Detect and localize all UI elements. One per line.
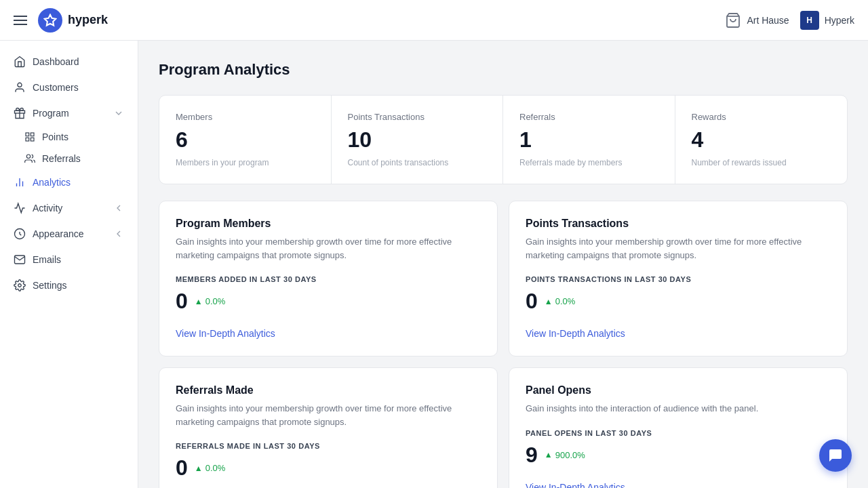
up-arrow-icon: ▲ — [545, 297, 553, 306]
stat-points-value: 10 — [348, 127, 487, 152]
card-1-metric-badge: ▲ 0.0% — [545, 296, 576, 306]
card-referrals-made: Referrals Made Gain insights into your m… — [159, 367, 498, 488]
up-arrow-icon: ▲ — [195, 297, 203, 306]
card-2-metric-label: REFERRALS MADE IN LAST 30 DAYS — [176, 442, 481, 450]
header: hyperk Art Hause H Hyperk — [0, 0, 868, 41]
svg-point-9 — [26, 155, 30, 158]
stat-points-label: Points Transactions — [348, 112, 487, 122]
gift-icon — [14, 107, 26, 119]
settings-icon — [14, 279, 26, 291]
sidebar-label-customers: Customers — [33, 82, 79, 93]
sidebar-label-analytics: Analytics — [33, 177, 71, 188]
stat-referrals: Referrals 1 Referrals made by members — [503, 96, 675, 184]
card-1-metric-value: 0 — [526, 289, 538, 314]
chat-icon — [827, 447, 844, 464]
sidebar-item-referrals[interactable]: Referrals — [0, 148, 138, 169]
svg-rect-7 — [31, 138, 34, 141]
card-3-title: Panel Opens — [526, 384, 831, 396]
card-2-metric-value: 0 — [176, 455, 188, 481]
hamburger-icon[interactable] — [14, 16, 27, 25]
store-selector[interactable]: Art Hause — [725, 12, 789, 28]
card-3-metric-value: 9 — [526, 443, 538, 468]
stat-rewards: Rewards 4 Number of rewards issued — [675, 96, 848, 184]
sidebar-label-points: Points — [42, 131, 68, 142]
user-selector[interactable]: H Hyperk — [800, 11, 854, 30]
card-3-metric-pct: 900.0% — [555, 450, 585, 460]
card-0-metric-row: 0 ▲ 0.0% — [176, 289, 481, 314]
header-right: Art Hause H Hyperk — [725, 11, 854, 30]
stat-points-desc: Count of points transactions — [348, 158, 487, 167]
sidebar-item-activity[interactable]: Activity — [0, 195, 138, 221]
stat-referrals-value: 1 — [519, 127, 658, 152]
sidebar-item-customers[interactable]: Customers — [0, 75, 138, 100]
user-avatar: H — [800, 11, 819, 30]
stat-points: Points Transactions 10 Count of points t… — [332, 96, 504, 184]
chevron-left-icon — [113, 203, 124, 214]
stat-rewards-value: 4 — [692, 127, 831, 152]
sidebar-item-points[interactable]: Points — [0, 126, 138, 148]
card-0-metric-badge: ▲ 0.0% — [195, 296, 226, 306]
card-3-metric-row: 9 ▲ 900.0% — [526, 443, 831, 468]
logo-text: hyperk — [68, 13, 108, 27]
sidebar-label-referrals: Referrals — [42, 153, 81, 164]
card-1-desc: Gain insights into your membership growt… — [526, 235, 831, 262]
card-0-desc: Gain insights into your membership growt… — [176, 235, 481, 262]
card-points-transactions: Points Transactions Gain insights into y… — [509, 201, 848, 357]
svg-rect-5 — [26, 133, 29, 136]
stat-rewards-desc: Number of rewards issued — [692, 158, 831, 167]
header-left: hyperk — [14, 8, 108, 33]
sidebar-label-settings: Settings — [33, 280, 67, 291]
sidebar-label-dashboard: Dashboard — [33, 56, 79, 67]
analytics-grid: Program Members Gain insights into your … — [159, 201, 848, 488]
store-label: Art Hause — [747, 15, 789, 26]
stat-rewards-label: Rewards — [692, 112, 831, 122]
sidebar-item-emails[interactable]: Emails — [0, 247, 138, 272]
sidebar-label-appearance: Appearance — [33, 228, 84, 239]
card-0-metric-value: 0 — [176, 289, 188, 314]
sidebar-label-activity: Activity — [33, 203, 62, 214]
card-3-view-link[interactable]: View In-Depth Analytics — [526, 482, 625, 489]
appearance-icon — [14, 228, 26, 240]
svg-rect-8 — [26, 138, 29, 141]
sidebar-label-emails: Emails — [33, 254, 61, 265]
card-3-desc: Gain insights into the interaction of au… — [526, 402, 831, 415]
sidebar-item-dashboard[interactable]: Dashboard — [0, 49, 138, 75]
sidebar-item-analytics[interactable]: Analytics — [0, 169, 138, 195]
chevron-down-icon — [113, 108, 124, 119]
sidebar: Dashboard Customers Program Points — [0, 41, 138, 488]
svg-point-14 — [18, 284, 22, 287]
stat-members-label: Members — [176, 112, 315, 122]
chevron-left-icon2 — [113, 228, 124, 239]
card-0-metric-pct: 0.0% — [205, 296, 226, 306]
card-3-metric-badge: ▲ 900.0% — [545, 450, 585, 460]
user-label: Hyperk — [825, 15, 854, 26]
card-1-metric-row: 0 ▲ 0.0% — [526, 289, 831, 314]
card-1-view-link[interactable]: View In-Depth Analytics — [526, 328, 625, 339]
chat-button[interactable] — [819, 439, 852, 472]
svg-rect-6 — [31, 133, 34, 136]
up-arrow-icon: ▲ — [545, 450, 553, 460]
card-0-view-link[interactable]: View In-Depth Analytics — [176, 328, 275, 339]
stats-row: Members 6 Members in your program Points… — [159, 95, 848, 184]
logo: hyperk — [38, 8, 108, 33]
card-2-desc: Gain insights into your membership growt… — [176, 402, 481, 428]
bar-chart-icon — [14, 176, 26, 188]
logo-icon — [38, 8, 62, 33]
page-title: Program Analytics — [159, 61, 848, 79]
grid-icon — [24, 131, 35, 142]
sidebar-item-program[interactable]: Program — [0, 100, 138, 126]
user-icon — [14, 81, 26, 94]
stat-members-desc: Members in your program — [176, 158, 315, 167]
card-2-metric-row: 0 ▲ 0.0% — [176, 455, 481, 481]
sidebar-item-appearance[interactable]: Appearance — [0, 221, 138, 247]
card-0-metric-label: MEMBERS ADDED IN LAST 30 DAYS — [176, 275, 481, 283]
card-2-title: Referrals Made — [176, 384, 481, 396]
users-icon — [24, 153, 35, 164]
card-panel-opens: Panel Opens Gain insights into the inter… — [509, 367, 848, 488]
svg-marker-0 — [45, 14, 56, 25]
card-1-metric-pct: 0.0% — [555, 296, 576, 306]
card-0-title: Program Members — [176, 218, 481, 230]
home-icon — [14, 56, 26, 68]
up-arrow-icon: ▲ — [195, 464, 203, 473]
sidebar-item-settings[interactable]: Settings — [0, 272, 138, 298]
